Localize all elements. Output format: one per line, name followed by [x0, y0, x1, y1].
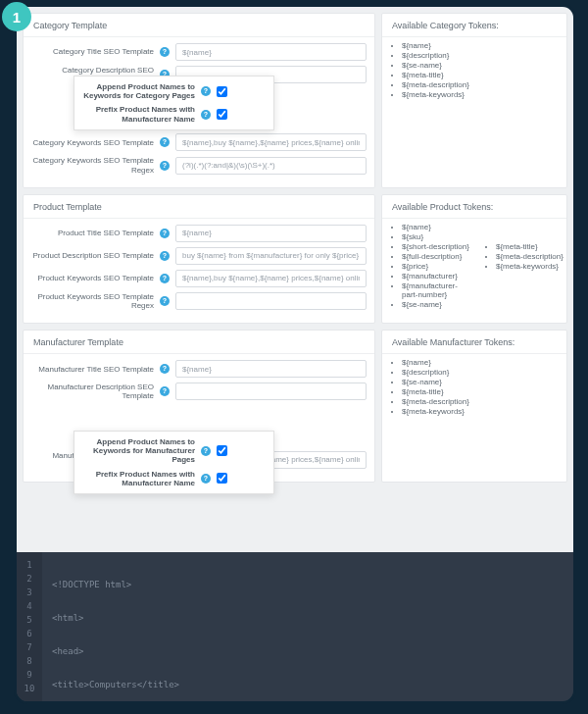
category-token-list: ${name} ${description} ${se-name} ${meta…: [382, 37, 566, 104]
help-icon[interactable]: ?: [201, 110, 211, 120]
category-tokens-panel: Available Category Tokens: ${name} ${des…: [381, 13, 567, 188]
help-icon[interactable]: ?: [160, 386, 170, 396]
label-prefix-manu-cat: Prefix Product Names with Manufacturer N…: [82, 105, 195, 123]
input-cat-title-seo[interactable]: [175, 43, 367, 61]
help-icon[interactable]: ?: [160, 364, 170, 374]
panel-title: Manufacturer Template: [24, 331, 374, 354]
input-prod-title-seo[interactable]: [175, 225, 367, 242]
label-cat-kw-seo: Category Keywords SEO Template: [31, 138, 154, 147]
help-icon[interactable]: ?: [201, 474, 211, 484]
product-token-list-right: ${meta-title} ${meta-description} ${meta…: [482, 219, 566, 314]
manufacturer-token-list: ${name} ${description} ${se-name} ${meta…: [382, 354, 566, 421]
input-prod-kw-seo[interactable]: [175, 270, 367, 287]
help-icon[interactable]: ?: [201, 86, 211, 96]
help-icon[interactable]: ?: [160, 47, 170, 57]
input-cat-kw-seo[interactable]: [175, 133, 367, 151]
label-manu-desc-seo: Manufacturer Description SEO Template: [31, 382, 154, 400]
help-icon[interactable]: ?: [160, 296, 170, 306]
help-icon[interactable]: ?: [160, 137, 170, 147]
label-prod-kw-regex: Product Keywords SEO Template Regex: [31, 292, 154, 310]
label-prod-title-seo: Product Title SEO Template: [31, 229, 154, 237]
input-manu-title-seo[interactable]: [175, 360, 367, 378]
label-append-names-cat: Append Product Names to Keywords for Cat…: [82, 82, 195, 100]
input-prod-desc-seo[interactable]: [175, 247, 367, 265]
checkbox-append-names-cat[interactable]: [217, 86, 227, 97]
checkbox-prefix-manu-manu[interactable]: [217, 473, 227, 484]
panel-title: Category Template: [24, 14, 374, 37]
main-frame: Category Template Category Title SEO Tem…: [14, 4, 576, 704]
label-prefix-manu-manu: Prefix Product Names with Manufacturer N…: [82, 470, 195, 487]
help-icon[interactable]: ?: [160, 161, 170, 171]
input-prod-kw-regex[interactable]: [175, 292, 367, 310]
product-template-panel: Product Template Product Title SEO Templ…: [23, 194, 375, 324]
input-manu-desc-seo[interactable]: [175, 382, 367, 400]
label-append-names-manu: Append Product Names to Keywords for Man…: [82, 437, 195, 465]
help-icon[interactable]: ?: [160, 229, 170, 238]
step-badge: 1: [2, 2, 31, 31]
code-content: <!DOCTYPE html> <html> <head> <title>Com…: [42, 552, 573, 704]
label-prod-kw-seo: Product Keywords SEO Template: [31, 274, 154, 282]
product-token-list-left: ${name} ${sku} ${short-description} ${fu…: [382, 219, 472, 314]
label-manu-title-seo: Manufacturer Title SEO Template: [31, 365, 154, 374]
code-gutter: 12345678910: [17, 552, 42, 704]
category-callout: Append Product Names to Keywords for Cat…: [74, 76, 274, 130]
panel-title: Available Manufacturer Tokens:: [382, 331, 566, 354]
input-cat-kw-regex[interactable]: [175, 157, 367, 175]
checkbox-append-names-manu[interactable]: [217, 445, 227, 456]
panel-title: Product Template: [24, 195, 374, 219]
product-tokens-panel: Available Product Tokens: ${name} ${sku}…: [381, 194, 567, 324]
code-editor: 12345678910 <!DOCTYPE html> <html> <head…: [17, 552, 573, 704]
manufacturer-callout: Append Product Names to Keywords for Man…: [74, 431, 274, 494]
panel-title: Available Product Tokens:: [382, 195, 566, 219]
help-icon[interactable]: ?: [160, 274, 170, 283]
help-icon[interactable]: ?: [160, 251, 170, 261]
label-prod-desc-seo: Product Description SEO Template: [31, 251, 154, 260]
label-cat-kw-regex: Category Keywords SEO Template Regex: [31, 156, 154, 174]
help-icon[interactable]: ?: [201, 446, 211, 456]
manufacturer-tokens-panel: Available Manufacturer Tokens: ${name} $…: [381, 330, 567, 483]
label-cat-title-seo: Category Title SEO Template: [31, 47, 154, 56]
panel-title: Available Category Tokens:: [382, 14, 566, 37]
checkbox-prefix-manu-cat[interactable]: [217, 109, 227, 120]
form-area: Category Template Category Title SEO Tem…: [17, 7, 573, 552]
